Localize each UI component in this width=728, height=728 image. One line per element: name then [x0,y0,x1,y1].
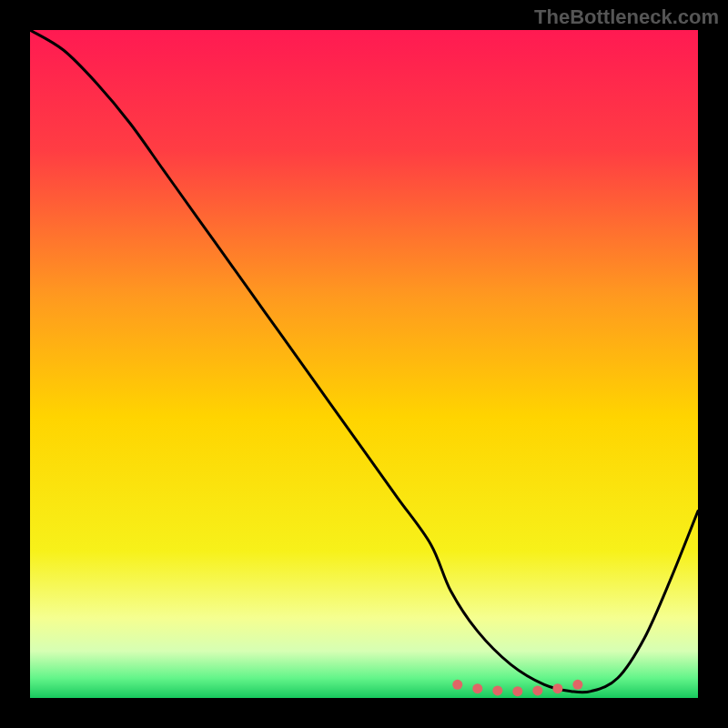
optimal-point [572,680,582,690]
chart-frame [30,30,698,698]
optimal-point [512,686,522,696]
optimal-point [492,685,502,695]
optimal-point [552,683,562,693]
optimal-point [452,680,462,690]
watermark-text: TheBottleneck.com [534,5,719,29]
optimal-point [532,685,542,695]
gradient-background [30,30,698,698]
bottleneck-chart [30,30,698,698]
optimal-point [472,683,482,693]
